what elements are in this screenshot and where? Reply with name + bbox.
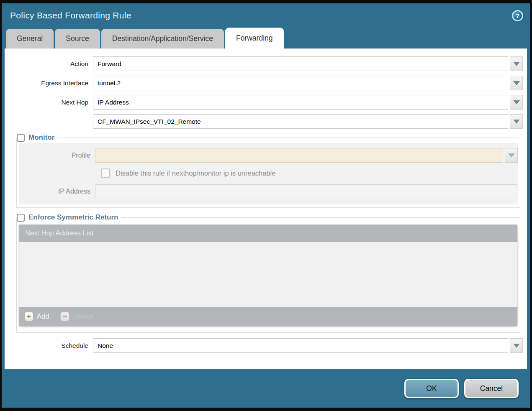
egress-interface-combo: tunnel.2 (93, 76, 523, 90)
monitor-checkbox[interactable] (17, 134, 25, 142)
tab-destination-application-service[interactable]: Destination/Application/Service (101, 29, 224, 49)
action-row: Action Forward (9, 56, 523, 71)
enforce-symmetric-return-legend: Enforce Symmetric Return (17, 213, 121, 222)
enforce-symmetric-return-legend-label: Enforce Symmetric Return (28, 213, 118, 222)
tab-bar: General Source Destination/Application/S… (2, 28, 530, 49)
next-hop-address-select[interactable]: CF_MWAN_IPsec_VTI_02_Remote (93, 114, 508, 129)
chevron-down-icon (508, 153, 515, 158)
policy-based-forwarding-dialog: Policy Based Forwarding Rule ? General S… (0, 0, 532, 411)
next-hop-address-table-toolbar: + Add − Delete (19, 307, 517, 326)
schedule-combo: None (93, 338, 523, 353)
minus-icon: − (60, 312, 69, 321)
next-hop-address-table-body[interactable] (19, 242, 517, 307)
monitor-fieldset: Monitor Profile Disable this rule if nex… (16, 133, 520, 208)
next-hop-label: Next Hop (9, 99, 93, 106)
action-label: Action (9, 60, 93, 68)
next-hop-combo: IP Address (93, 95, 523, 110)
plus-icon: + (24, 312, 33, 321)
action-combo: Forward (93, 56, 523, 71)
disable-rule-label: Disable this rule if nexthop/monitor ip … (116, 169, 275, 177)
dialog-footer: OK Cancel (2, 369, 530, 408)
egress-interface-label: Egress Interface (9, 79, 93, 87)
profile-select (95, 148, 503, 163)
egress-interface-row: Egress Interface tunnel.2 (9, 76, 523, 90)
next-hop-row: Next Hop IP Address (9, 95, 523, 110)
monitor-ip-row: IP Address (19, 184, 518, 198)
disable-rule-checkbox (101, 168, 110, 178)
next-hop-address-table-header: Next Hop Address List (19, 225, 517, 242)
chevron-down-icon (513, 344, 520, 348)
next-hop-address-table: Next Hop Address List + Add − Delete (19, 225, 517, 326)
schedule-dropdown-button[interactable] (510, 338, 523, 353)
profile-dropdown-button (505, 148, 518, 163)
action-select[interactable]: Forward (93, 56, 508, 71)
schedule-row: Schedule None (9, 338, 523, 353)
delete-button-label: Delete (73, 312, 93, 320)
egress-interface-select[interactable]: tunnel.2 (93, 76, 508, 90)
chevron-down-icon (513, 120, 520, 124)
forwarding-tab-panel: Action Forward Egress Interface tunnel.2… (5, 49, 527, 369)
monitor-ip-label: IP Address (19, 188, 95, 195)
help-icon[interactable]: ? (512, 10, 523, 21)
profile-label: Profile (19, 152, 95, 159)
next-hop-address-combo: CF_MWAN_IPsec_VTI_02_Remote (93, 114, 523, 129)
schedule-select[interactable]: None (93, 338, 508, 353)
monitor-ip-input (95, 184, 517, 198)
next-hop-dropdown-button[interactable] (510, 95, 523, 110)
enforce-symmetric-return-fieldset: Enforce Symmetric Return Next Hop Addres… (16, 213, 520, 333)
tab-source[interactable]: Source (55, 29, 100, 49)
add-button-label: Add (37, 312, 49, 320)
ok-button[interactable]: OK (404, 379, 459, 398)
egress-interface-dropdown-button[interactable] (510, 76, 523, 90)
delete-button: − Delete (60, 312, 93, 321)
tab-general[interactable]: General (6, 29, 54, 49)
tab-forwarding[interactable]: Forwarding (225, 28, 284, 49)
chevron-down-icon (513, 100, 520, 105)
next-hop-address-dropdown-button[interactable] (510, 114, 523, 129)
action-dropdown-button[interactable] (510, 56, 523, 71)
add-button[interactable]: + Add (24, 312, 49, 321)
next-hop-type-select[interactable]: IP Address (93, 95, 508, 110)
enforce-symmetric-return-checkbox[interactable] (17, 214, 25, 222)
chevron-down-icon (513, 62, 520, 66)
monitor-legend-label: Monitor (28, 133, 54, 142)
monitor-legend: Monitor (17, 133, 57, 142)
disable-rule-row: Disable this rule if nexthop/monitor ip … (101, 168, 518, 178)
cancel-button[interactable]: Cancel (464, 379, 519, 398)
chevron-down-icon (513, 81, 520, 85)
profile-row: Profile (19, 148, 518, 163)
next-hop-address-row: CF_MWAN_IPsec_VTI_02_Remote (9, 114, 523, 129)
schedule-label: Schedule (9, 342, 93, 350)
dialog-title: Policy Based Forwarding Rule (10, 10, 131, 20)
dialog-titlebar: Policy Based Forwarding Rule ? (2, 3, 530, 28)
profile-combo (95, 148, 518, 163)
monitor-panel: Profile Disable this rule if nexthop/mon… (19, 143, 518, 204)
